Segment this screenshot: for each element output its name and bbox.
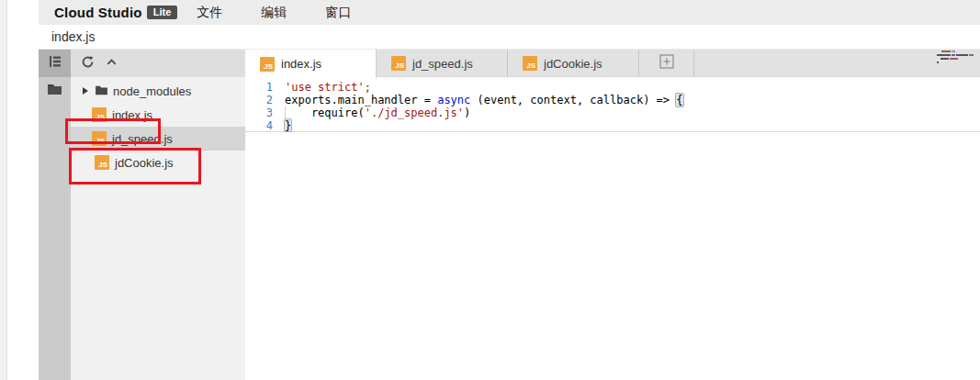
- menu-item-edit[interactable]: 编辑: [261, 5, 287, 21]
- line-number: 1: [245, 81, 285, 94]
- js-file-icon: JS: [260, 57, 275, 72]
- minimap-line: [937, 54, 977, 56]
- tab-label: index.js: [281, 57, 321, 71]
- app-shell: Cloud Studio Lite 文件 编辑 窗口 index.js: [39, 0, 980, 380]
- explorer-toolbar: [71, 50, 245, 77]
- menu-bar: Cloud Studio Lite 文件 编辑 窗口: [39, 0, 980, 25]
- tab-label: jdCookie.js: [544, 57, 603, 71]
- folder-icon: [95, 84, 108, 98]
- refresh-icon[interactable]: [81, 55, 95, 73]
- lite-badge: Lite: [147, 6, 178, 19]
- code-line-4[interactable]: 4 }: [245, 119, 980, 132]
- new-tab-button[interactable]: [639, 50, 694, 77]
- code-text: require(: [285, 106, 365, 119]
- line-number: 2: [245, 94, 285, 106]
- code-text: exports.main_handler =: [285, 94, 437, 106]
- code-line-3[interactable]: 3 require( './jd_speed.js' ): [245, 106, 980, 119]
- editor-pane: JS index.js JS jd_speed.js JS jdCookie.j…: [245, 50, 980, 380]
- minimap[interactable]: [937, 50, 977, 65]
- tab-label: jd_speed.js: [412, 57, 473, 71]
- editor-tab-bar: JS index.js JS jd_speed.js JS jdCookie.j…: [245, 50, 980, 77]
- tab-jdcookie-js[interactable]: JS jdCookie.js: [508, 50, 639, 77]
- minimap-line: [937, 50, 977, 52]
- bracket-match-highlight: }: [284, 118, 292, 132]
- code-text: (event, context, callback) =>: [470, 94, 676, 106]
- annotation-box-jd-speed: [65, 118, 161, 144]
- page-margin-strip: [0, 0, 7, 380]
- minimap-line: [937, 58, 977, 60]
- annotation-box-jdcookie: [69, 148, 201, 184]
- plus-icon: [659, 54, 674, 73]
- main-area: node_modules JS index.js JS jd_speed.js …: [39, 50, 980, 380]
- minimap-line: [937, 61, 977, 63]
- folder-icon: [47, 83, 62, 99]
- code-text: './jd_speed.js': [365, 106, 464, 119]
- code-text: 'use strict';: [285, 81, 371, 94]
- cloud-studio-window: Cloud Studio Lite 文件 编辑 窗口 index.js: [0, 0, 980, 380]
- line-number: 4: [245, 119, 285, 131]
- bracket-match-highlight: {: [675, 93, 683, 107]
- open-file-title: index.js: [51, 29, 95, 44]
- code-line-1[interactable]: 1 'use strict';: [245, 81, 980, 94]
- tab-jd-speed-js[interactable]: JS jd_speed.js: [377, 50, 508, 77]
- activity-bar: [39, 50, 71, 380]
- menu-item-file[interactable]: 文件: [197, 5, 222, 21]
- code-text: async: [437, 94, 470, 106]
- tab-index-js[interactable]: JS index.js: [245, 50, 377, 78]
- menu-item-window[interactable]: 窗口: [325, 5, 351, 21]
- code-text: ): [464, 106, 470, 119]
- file-explorer-panel: node_modules JS index.js JS jd_speed.js …: [71, 50, 245, 380]
- indent-guide: [285, 106, 286, 119]
- tree-outline-icon: [48, 54, 62, 73]
- js-file-icon: JS: [391, 56, 406, 71]
- expand-arrow-icon[interactable]: [83, 87, 88, 95]
- code-line-2[interactable]: 2 exports.main_handler = async (event, c…: [245, 94, 980, 106]
- tree-item-label: node_modules: [113, 84, 191, 98]
- collapse-all-icon[interactable]: [106, 55, 118, 72]
- code-editor[interactable]: 1 'use strict'; 2 exports.main_handler =…: [245, 77, 980, 132]
- breadcrumb: index.js: [39, 25, 980, 50]
- app-logo: Cloud Studio: [54, 5, 142, 20]
- folder-view-button[interactable]: [39, 77, 71, 105]
- explorer-view-button[interactable]: [39, 50, 71, 77]
- line-number: 3: [245, 106, 285, 119]
- js-file-icon: JS: [523, 56, 537, 71]
- tree-item-node-modules[interactable]: node_modules: [71, 79, 245, 103]
